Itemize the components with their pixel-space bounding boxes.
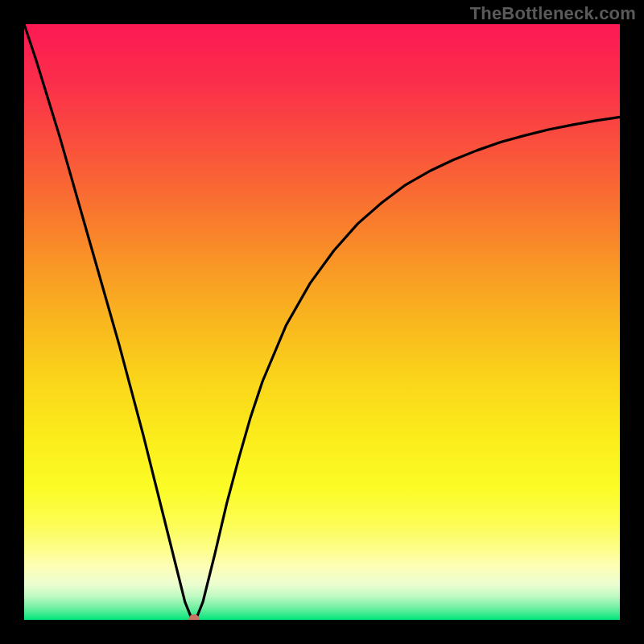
plot-area bbox=[24, 24, 620, 620]
watermark-label: TheBottleneck.com bbox=[470, 3, 636, 24]
bottleneck-curve bbox=[24, 24, 620, 620]
optimum-marker bbox=[188, 614, 200, 620]
chart-container: TheBottleneck.com bbox=[0, 0, 644, 644]
